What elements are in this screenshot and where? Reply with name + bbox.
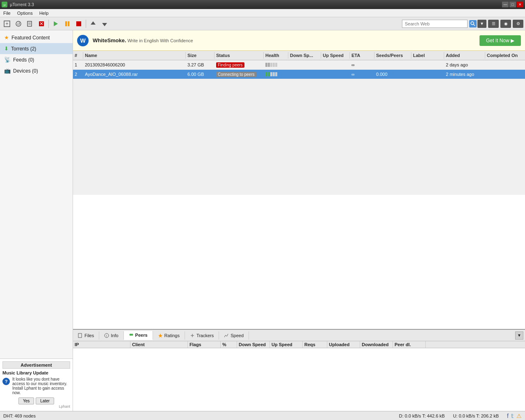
peers-col-uploaded[interactable]: Uploaded	[327, 341, 360, 348]
torrent-list: 1 2013092846006200 3.27 GB Finding peers	[73, 60, 525, 195]
health-bar-2	[268, 72, 270, 76]
peers-col-up-speed[interactable]: Up Speed	[270, 341, 303, 348]
peers-col-ip[interactable]: IP	[73, 341, 130, 348]
col-status[interactable]: Status	[215, 52, 264, 59]
ad-text: It looks like you dont have access to ou…	[12, 377, 70, 395]
create-torrent-button[interactable]	[25, 19, 35, 29]
row2-label	[411, 70, 444, 79]
stop-button[interactable]	[73, 19, 84, 29]
peers-col-client[interactable]: Client	[130, 341, 188, 348]
add-torrent-url-button[interactable]: ↺	[13, 19, 24, 29]
add-torrent-button[interactable]: +	[2, 19, 12, 29]
col-up-speed[interactable]: Up Speed	[321, 52, 350, 59]
ad-later-button[interactable]: Later	[36, 397, 54, 404]
table-row[interactable]: 2 AyoDance_AIO_06088.rar 6.00 GB Connect…	[73, 70, 525, 79]
sidebar-torrents-label: Torrents (2)	[11, 46, 36, 52]
health-bar-4	[273, 72, 275, 76]
col-added[interactable]: Added	[444, 52, 485, 59]
down-queue-button[interactable]	[99, 19, 110, 29]
table-row[interactable]: 1 2013092846006200 3.27 GB Finding peers	[73, 60, 525, 70]
peers-col-pct[interactable]: %	[221, 341, 237, 348]
tab-trackers[interactable]: Trackers	[185, 331, 219, 340]
search-input[interactable]	[402, 20, 468, 28]
health-bar-4	[273, 63, 275, 67]
row1-size: 3.27 GB	[186, 60, 215, 69]
maximize-button[interactable]: □	[509, 2, 516, 7]
menu-help[interactable]: Help	[36, 10, 52, 16]
peers-col-downloaded[interactable]: Downloaded	[360, 341, 393, 348]
peers-col-flags[interactable]: Flags	[188, 341, 221, 348]
close-button[interactable]: ✕	[517, 2, 523, 7]
peers-col-reqs[interactable]: Reqs	[303, 341, 327, 348]
sidebar-item-featured[interactable]: ★ Featured Content	[0, 32, 73, 43]
search-area: ▼ ☰ ◉ ⚙	[402, 20, 523, 28]
up-queue-button[interactable]	[88, 19, 98, 29]
facebook-icon[interactable]: f	[507, 413, 509, 419]
star-icon: ★	[4, 34, 9, 41]
status-dht: DHT: 469 nodes	[3, 413, 391, 418]
menu-bar: File Options Help	[0, 9, 525, 17]
col-num[interactable]: #	[73, 52, 83, 59]
bottom-panel: Files i Info Peers Ratings	[73, 329, 525, 411]
menu-file[interactable]: File	[0, 10, 14, 16]
start-button[interactable]	[50, 19, 61, 29]
col-completed-on[interactable]: Completed On	[485, 52, 525, 59]
remove-button[interactable]: ✕	[36, 19, 47, 29]
peers-header: IP Client Flags % Down Speed Up Speed Re…	[73, 341, 525, 348]
search-icon	[469, 20, 477, 27]
tab-speed[interactable]: Speed	[219, 331, 249, 340]
tab-peers[interactable]: Peers	[124, 331, 153, 340]
ad-footer: Lphant	[2, 404, 70, 409]
torrent-area: # Name Size Status Health Down Sp... Up …	[73, 51, 525, 329]
sidebar-feeds-label: Feeds (0)	[13, 57, 34, 63]
app: + ↺ ✕	[0, 17, 525, 420]
sidebar-item-torrents[interactable]: ⬇ Torrents (2)	[0, 43, 73, 54]
sidebar-item-feeds[interactable]: 📡 Feeds (0)	[0, 54, 73, 65]
title-bar-title: µTorrent 3.3	[10, 2, 34, 7]
list-view-button[interactable]: ☰	[488, 20, 499, 28]
devices-icon: 📺	[4, 68, 11, 74]
peers-col-peer-dl[interactable]: Peer dl.	[393, 341, 426, 348]
get-it-now-button[interactable]: Get It Now ▶	[479, 35, 521, 46]
settings-button[interactable]: ⚙	[513, 20, 523, 28]
warning-icon[interactable]: ⚠	[516, 413, 522, 419]
tab-info[interactable]: i Info	[99, 331, 123, 340]
svg-marker-13	[91, 21, 96, 25]
bottom-tabs: Files i Info Peers Ratings	[73, 330, 525, 341]
status-badge: Finding peers	[216, 62, 244, 68]
sidebar-spacer	[0, 78, 73, 358]
status-icons: f 𝕥 ⚠	[507, 413, 522, 419]
col-name[interactable]: Name	[83, 52, 186, 59]
main-panel: W WhiteSmoke. Write in English With Conf…	[73, 30, 525, 411]
pause-button[interactable]	[62, 19, 73, 29]
health-indicator	[265, 71, 277, 77]
rss-button[interactable]: ◉	[500, 20, 511, 28]
search-engine-button[interactable]: ▼	[477, 20, 486, 28]
sidebar-section-main: ★ Featured Content ⬇ Torrents (2) 📡 Feed…	[0, 30, 73, 78]
col-eta[interactable]: ETA	[350, 52, 374, 59]
menu-options[interactable]: Options	[14, 10, 36, 16]
peers-col-down-speed[interactable]: Down Speed	[237, 341, 270, 348]
ad-slogan: Write in English With Confidence	[128, 38, 193, 43]
tab-files[interactable]: Files	[73, 331, 99, 340]
svg-text:✕: ✕	[39, 21, 43, 27]
toolbar-separator-2	[86, 20, 86, 28]
title-bar-left: µ µTorrent 3.3	[2, 2, 34, 7]
col-health[interactable]: Health	[264, 52, 288, 59]
tab-ratings[interactable]: Ratings	[153, 331, 185, 340]
health-bar-5	[275, 72, 277, 76]
row1-added: 2 days ago	[444, 60, 485, 69]
row2-completed	[485, 70, 525, 79]
twitter-icon[interactable]: 𝕥	[511, 413, 514, 419]
ad-section-title: Music Library Update	[2, 370, 70, 375]
sidebar-item-devices[interactable]: 📺 Devices (0)	[0, 65, 73, 76]
torrents-icon: ⬇	[4, 46, 9, 52]
ad-buttons: Yes Later	[2, 397, 70, 404]
col-seeds-peers[interactable]: Seeds/Peers	[374, 52, 411, 59]
collapse-button[interactable]: ▼	[515, 331, 523, 340]
col-size[interactable]: Size	[186, 52, 215, 59]
minimize-button[interactable]: —	[502, 2, 509, 7]
ad-yes-button[interactable]: Yes	[18, 397, 34, 404]
col-down-sp[interactable]: Down Sp...	[288, 52, 321, 59]
col-label[interactable]: Label	[411, 52, 444, 59]
